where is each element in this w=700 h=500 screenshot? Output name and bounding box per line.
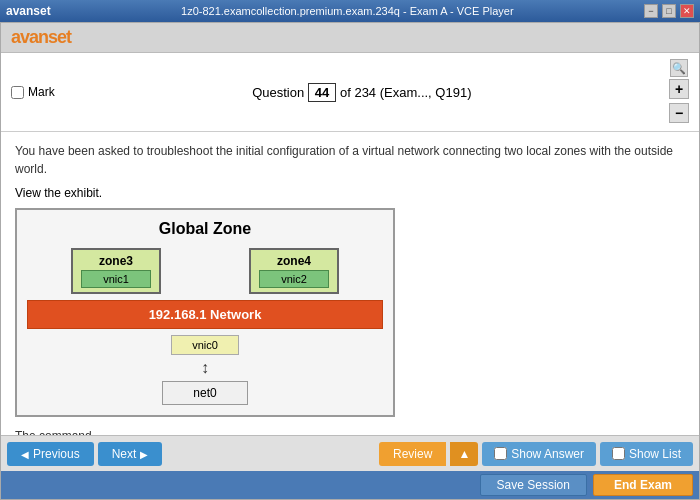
next-arrow-icon [140,447,148,461]
vnic0-row: vnic0 [27,335,383,355]
window-controls: − □ ✕ [644,4,694,18]
vnic0-box: vnic0 [171,335,239,355]
search-icon: 🔍 [670,59,688,77]
question-bar: Mark Question 44 of 234 (Exam..., Q191) … [1,53,699,132]
main-window: avanset Mark Question 44 of 234 (Exam...… [0,22,700,500]
zone3-label: zone3 [81,254,151,268]
logo-accent: set [48,27,71,47]
show-list-button[interactable]: Show List [600,442,693,466]
maximize-button[interactable]: □ [662,4,676,18]
title-bar: avanset 1z0-821.examcollection.premium.e… [0,0,700,22]
net0-row: net0 [27,381,383,405]
review-button[interactable]: Review [379,442,446,466]
minimize-button[interactable]: − [644,4,658,18]
window-title: 1z0-821.examcollection.premium.exam.234q… [51,5,644,17]
close-button[interactable]: ✕ [680,4,694,18]
vnic1-box: vnic1 [81,270,151,288]
network-bar: 192.168.1 Network [27,300,383,329]
zoom-out-button[interactable]: − [669,103,689,123]
app-logo-small: avanset [6,4,51,18]
show-answer-button[interactable]: Show Answer [482,442,596,466]
prev-arrow-icon [21,447,29,461]
zone4-box: zone4 vnic2 [249,248,339,294]
question-label: Question [252,85,304,100]
exhibit-label: View the exhibit. [15,186,685,200]
bottom-toolbar: Previous Next Review ▲ Show Answer Show … [1,435,699,471]
question-info: Question 44 of 234 (Exam..., Q191) [63,83,661,102]
next-button[interactable]: Next [98,442,163,466]
app-logo: avanset [11,27,71,48]
arrow-down-icon: ↕ [27,359,383,377]
zoom-in-button[interactable]: + [669,79,689,99]
zone3-box: zone3 vnic1 [71,248,161,294]
network-diagram: Global Zone zone3 vnic1 zone4 vnic2 192.… [15,208,395,417]
previous-button[interactable]: Previous [7,442,94,466]
show-answer-checkbox[interactable] [494,447,507,460]
show-list-label: Show List [629,447,681,461]
question-number: 44 [308,83,336,102]
review-label: Review [393,447,432,461]
net0-box: net0 [162,381,247,405]
vnic2-box: vnic2 [259,270,329,288]
zoom-controls: 🔍 + − [669,59,689,125]
zones-row: zone3 vnic1 zone4 vnic2 [27,248,383,294]
logo-main: avan [11,27,48,47]
zone4-label: zone4 [259,254,329,268]
show-list-checkbox[interactable] [612,447,625,460]
previous-label: Previous [33,447,80,461]
bottom-action-bar: Save Session End Exam [1,471,699,499]
mark-checkbox-input[interactable] [11,86,24,99]
mark-label: Mark [28,85,55,99]
command-line1: The command [15,427,685,435]
save-session-button[interactable]: Save Session [480,474,587,496]
next-label: Next [112,447,137,461]
end-exam-button[interactable]: End Exam [593,474,693,496]
review-dropdown-button[interactable]: ▲ [450,442,478,466]
content-area: You have been asked to troubleshoot the … [1,132,699,435]
question-text: You have been asked to troubleshoot the … [15,142,685,178]
mark-checkbox-area[interactable]: Mark [11,85,55,99]
commands-block: The command dladm create-vnic -1 vswitch… [15,427,685,435]
diagram-title: Global Zone [27,220,383,238]
show-answer-label: Show Answer [511,447,584,461]
question-of-label: of 234 (Exam..., Q191) [340,85,472,100]
app-header: avanset [1,23,699,53]
